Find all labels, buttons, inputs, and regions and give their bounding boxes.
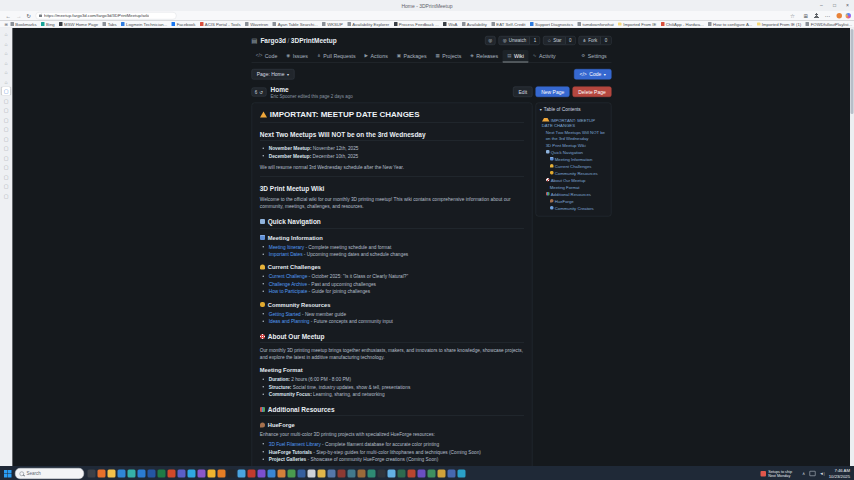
start-button-icon[interactable] — [4, 470, 12, 478]
toc-item[interactable]: Meeting Format — [540, 185, 607, 191]
tab-settings[interactable]: ⚙Settings — [577, 50, 612, 63]
scrollbar[interactable] — [850, 28, 854, 466]
bookmark-item[interactable]: Process Feedback ... — [394, 22, 439, 27]
bookmark-item[interactable]: Support Diagnostics — [530, 22, 573, 27]
bookmark-item[interactable]: tumdownforwhat — [578, 22, 614, 27]
taskbar-search-input[interactable]: Search — [15, 468, 84, 479]
chevron-down-icon[interactable]: ▾ — [540, 107, 542, 112]
favorite-star-icon[interactable]: ☆ — [790, 12, 795, 19]
avatar[interactable] — [837, 13, 843, 19]
taskbar-app-icon[interactable] — [98, 470, 106, 478]
bookmark-item[interactable]: Bookmarks — [10, 22, 36, 27]
taskbar-app-icon[interactable] — [138, 470, 146, 478]
taskbar-app-icon[interactable] — [198, 470, 206, 478]
taskbar-app-icon[interactable] — [128, 470, 136, 478]
bookmark-item[interactable]: Bing — [41, 22, 55, 27]
bookmark-item[interactable]: Availability — [462, 22, 487, 27]
taskbar-app-icon[interactable] — [358, 470, 366, 478]
scrollbar-thumb[interactable] — [851, 29, 854, 114]
taskbar-app-icon[interactable] — [108, 470, 116, 478]
taskbar-app-icon[interactable] — [288, 470, 296, 478]
forward-icon[interactable]: → — [16, 13, 22, 19]
taskbar-app-icon[interactable] — [318, 470, 326, 478]
unwatch-button[interactable]: ◎Unwatch1 — [499, 36, 540, 45]
bookmark-item[interactable]: Tabs — [103, 22, 117, 27]
taskbar-app-icon[interactable] — [438, 470, 446, 478]
toc-item[interactable]: HueForge — [540, 199, 607, 205]
bookmark-item[interactable]: ChiliApp - Hardwa... — [661, 22, 704, 27]
count-badge[interactable]: 0 — [565, 37, 575, 45]
profile-person-icon[interactable] — [814, 13, 819, 18]
taskbar-app-icon[interactable] — [168, 470, 176, 478]
bookmark-item[interactable]: FOWDfulloutPlaylist... — [806, 22, 852, 27]
vertical-tab[interactable]: ⌂ — [2, 30, 11, 38]
more-options-icon[interactable]: ⋯ — [825, 12, 831, 19]
bookmark-item[interactable]: WKSUP — [322, 22, 343, 27]
taskbar-app-icon[interactable] — [298, 470, 306, 478]
toc-item[interactable]: Community Creators — [540, 206, 607, 212]
toc-item[interactable]: 3D Print Meetup Wiki — [540, 142, 607, 148]
display-icon[interactable] — [809, 471, 815, 476]
tab-pull-requests[interactable]: ⋔Pull Requests — [312, 50, 360, 63]
wiki-link[interactable]: Ideas and Planning — [269, 318, 310, 324]
taskbar-app-icon[interactable] — [398, 470, 406, 478]
vertical-tab[interactable]: ▢ — [2, 192, 11, 200]
bookmark-item[interactable]: WoA — [443, 22, 457, 27]
taskbar-app-icon[interactable] — [278, 470, 286, 478]
vertical-tab[interactable]: ▢ — [2, 173, 11, 181]
rss-button[interactable]: ◎ — [485, 36, 496, 45]
wiki-link[interactable]: Current Challenge — [269, 274, 308, 280]
taskbar-clock[interactable]: 7:46 AM10/23/2025 — [829, 468, 850, 479]
taskbar-app-icon[interactable] — [158, 470, 166, 478]
apps-grid-icon[interactable]: ⊞ — [5, 22, 8, 27]
wiki-link[interactable]: Getting Started — [269, 311, 301, 317]
code-button[interactable]: </> Code ▾ — [574, 69, 611, 80]
taskbar-notification[interactable]: Setups to shipNext Monday — [761, 469, 792, 478]
tab-wiki[interactable]: ▤Wiki — [503, 50, 529, 63]
bookmark-item[interactable]: ACIS Portal - Tools — [200, 22, 241, 27]
fork-button[interactable]: ⋔Fork0 — [578, 36, 611, 45]
vertical-tab[interactable]: ▢ — [2, 135, 11, 143]
bookmark-item[interactable]: Ayan Table Searchi... — [273, 22, 318, 27]
vertical-tab[interactable]: ⌂ — [2, 78, 11, 86]
taskbar-app-icon[interactable] — [378, 470, 386, 478]
taskbar-app-icon[interactable] — [408, 470, 416, 478]
taskbar-app-icon[interactable] — [208, 470, 216, 478]
wiki-link[interactable]: 3D Fuel Filament Library — [269, 441, 321, 447]
vertical-tab[interactable]: ⌂ — [2, 49, 11, 57]
tab-actions[interactable]: ▶Actions — [360, 50, 392, 63]
vertical-tab[interactable]: ▢ — [2, 182, 11, 190]
split-screen-icon[interactable]: ⊞ — [803, 12, 808, 19]
taskbar-app-icon[interactable] — [268, 470, 276, 478]
wiki-link[interactable]: How to Participate — [269, 289, 308, 295]
toc-item[interactable]: Community Resources — [540, 170, 607, 176]
tray-expand-icon[interactable]: ∧ — [802, 471, 805, 476]
new-page-button[interactable]: New Page — [536, 87, 570, 98]
taskbar-app-icon[interactable] — [458, 470, 466, 478]
speaker-icon[interactable]: ◄) — [819, 471, 824, 476]
bookmark-item[interactable]: Imported From IE — [618, 22, 656, 27]
bookmark-item[interactable]: How to configure A... — [708, 22, 752, 27]
bookmark-item[interactable]: MSW Home Page — [59, 22, 98, 27]
bookmark-item[interactable]: Availability Explorer — [347, 22, 389, 27]
taskbar-app-icon[interactable] — [328, 470, 336, 478]
taskbar-app-icon[interactable] — [348, 470, 356, 478]
edit-button[interactable]: Edit — [513, 87, 533, 98]
wiki-link[interactable]: Meeting Itinerary — [269, 244, 304, 250]
taskbar-app-icon[interactable] — [428, 470, 436, 478]
count-badge[interactable]: 1 — [530, 37, 540, 45]
vertical-tab[interactable]: ▢ — [2, 163, 11, 171]
bookmark-item[interactable]: Imported From IE (1) — [757, 22, 801, 27]
wiki-link[interactable]: Important Dates — [269, 251, 303, 257]
minimize-icon[interactable]: – — [815, 0, 828, 11]
taskbar-app-icon[interactable] — [218, 470, 226, 478]
taskbar-app-icon[interactable] — [388, 470, 396, 478]
tab-projects[interactable]: ▦Projects — [431, 50, 466, 63]
tab-code[interactable]: </>Code — [251, 50, 282, 63]
taskbar-app-icon[interactable] — [238, 470, 246, 478]
vertical-tab[interactable]: ▢ — [2, 106, 11, 114]
toc-item[interactable]: Next Two Meetups Will NOT be on the 3rd … — [540, 130, 607, 141]
refresh-icon[interactable]: ↻ — [27, 12, 32, 19]
taskbar-app-icon[interactable] — [118, 470, 126, 478]
vertical-tab[interactable]: ▢ — [2, 125, 11, 133]
